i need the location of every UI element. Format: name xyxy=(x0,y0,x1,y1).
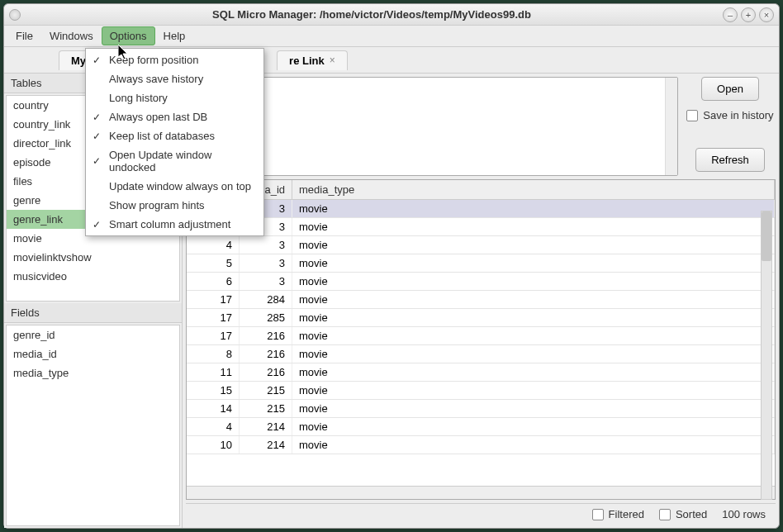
row-count: 100 rows xyxy=(722,508,766,520)
grid-cell: 17 xyxy=(187,309,240,326)
check-icon: ✓ xyxy=(93,219,101,230)
options-menu-item[interactable]: Long history xyxy=(86,88,263,107)
table-row[interactable]: 8216movie xyxy=(187,345,775,363)
options-menu-label: Keep list of databases xyxy=(109,130,215,142)
check-icon: ✓ xyxy=(93,155,101,167)
grid-cell: 3 xyxy=(240,254,292,272)
table-row[interactable]: 14215movie xyxy=(187,400,775,418)
tab-close-icon[interactable]: × xyxy=(330,55,335,66)
grid-cell: movie xyxy=(292,291,775,308)
grid-cell: 215 xyxy=(240,400,292,417)
filtered-row[interactable]: Filtered xyxy=(592,508,644,520)
table-row[interactable]: 17216movie xyxy=(187,327,775,345)
grid-cell: 3 xyxy=(240,273,292,290)
grid-cell: movie xyxy=(292,218,775,235)
grid-cell: 15 xyxy=(187,382,240,399)
grid-cell: movie xyxy=(292,400,775,417)
grid-horizontal-scrollbar[interactable] xyxy=(187,486,775,499)
grid-cell: movie xyxy=(292,200,775,217)
sql-scrollbar[interactable] xyxy=(665,78,677,175)
grid-cell: 216 xyxy=(240,363,292,381)
sorted-row[interactable]: Sorted xyxy=(659,508,707,520)
grid-cell: 214 xyxy=(240,436,292,454)
window-title: SQL Micro Manager: /home/victor/Videos/t… xyxy=(21,8,723,21)
options-menu-item[interactable]: ✓Keep form position xyxy=(86,50,263,69)
minimize-icon[interactable]: – xyxy=(723,7,738,22)
options-menu-item[interactable]: ✓Keep list of databases xyxy=(86,126,263,145)
sorted-checkbox[interactable] xyxy=(659,509,671,520)
table-row[interactable]: 17284movie xyxy=(187,291,775,309)
check-icon: ✓ xyxy=(93,112,101,123)
table-row[interactable]: 4214movie xyxy=(187,418,775,436)
options-menu-label: Long history xyxy=(109,92,168,104)
fields-list[interactable]: genre_idmedia_idmedia_type xyxy=(6,325,180,526)
grid-cell: movie xyxy=(292,436,775,454)
grid-cell: 17 xyxy=(187,327,240,344)
save-history-label: Save in history xyxy=(703,109,773,121)
options-menu-label: Update window always on top xyxy=(109,180,251,192)
grid-body[interactable]: 33movie33movie43movie53movie63movie17284… xyxy=(187,200,775,486)
menu-options[interactable]: Options xyxy=(102,26,155,45)
options-menu-label: Show program hints xyxy=(109,199,205,211)
grid-scrollbar-thumb[interactable] xyxy=(762,211,771,261)
open-button[interactable]: Open xyxy=(701,77,759,101)
grid-cell: 216 xyxy=(240,327,292,344)
grid-cell: 216 xyxy=(240,345,292,363)
tab-query[interactable]: re Link × xyxy=(277,50,348,70)
table-row[interactable]: 43movie xyxy=(187,236,775,254)
menubar: File Windows Options Help xyxy=(4,26,779,47)
results-grid: ia_id media_type 33movie33movie43movie53… xyxy=(186,179,776,500)
menu-help[interactable]: Help xyxy=(155,26,194,45)
options-menu-item[interactable]: ✓Smart column adjustment xyxy=(86,215,263,234)
grid-header-media-type[interactable]: media_type xyxy=(292,180,775,199)
grid-cell: movie xyxy=(292,382,775,399)
statusbar: Filtered Sorted 100 rows xyxy=(186,503,776,525)
options-dropdown: ✓Keep form positionAlways save historyLo… xyxy=(85,48,264,236)
table-item-movielinktvshow[interactable]: movielinktvshow xyxy=(7,248,179,267)
maximize-icon[interactable]: + xyxy=(741,7,756,22)
table-row[interactable]: 33movie xyxy=(187,200,775,218)
close-icon[interactable]: × xyxy=(759,7,774,22)
right-area: * nre_link 00; Open Save in history Refr… xyxy=(183,74,779,528)
table-row[interactable]: 17285movie xyxy=(187,309,775,327)
menu-windows[interactable]: Windows xyxy=(41,26,102,45)
sql-toolbar-row: * nre_link 00; Open Save in history Refr… xyxy=(186,77,776,176)
refresh-button[interactable]: Refresh xyxy=(695,148,765,172)
grid-cell: 284 xyxy=(240,291,292,308)
grid-cell: movie xyxy=(292,345,775,363)
menu-file[interactable]: File xyxy=(7,26,41,45)
options-menu-item[interactable]: ✓Open Update window undocked xyxy=(86,145,263,177)
table-row[interactable]: 10214movie xyxy=(187,436,775,454)
side-buttons: Open Save in history Refresh xyxy=(685,77,776,176)
fields-header: Fields xyxy=(4,303,182,323)
window-controls: – + × xyxy=(723,7,774,22)
window-close-left-icon[interactable] xyxy=(9,9,21,21)
table-item-musicvideo[interactable]: musicvideo xyxy=(7,267,179,286)
field-item-media_type[interactable]: media_type xyxy=(7,363,179,382)
table-row[interactable]: 63movie xyxy=(187,273,775,291)
field-item-media_id[interactable]: media_id xyxy=(7,344,179,363)
grid-cell: 214 xyxy=(240,418,292,435)
grid-cell: movie xyxy=(292,363,775,381)
save-history-row[interactable]: Save in history xyxy=(686,109,773,121)
table-row[interactable]: 53movie xyxy=(187,254,775,273)
options-menu-item[interactable]: Always save history xyxy=(86,69,263,88)
grid-cell: 10 xyxy=(187,436,240,454)
grid-cell: 17 xyxy=(187,291,240,308)
options-menu-label: Open Update window undocked xyxy=(109,149,255,173)
table-row[interactable]: 33movie xyxy=(187,218,775,236)
save-history-checkbox[interactable] xyxy=(686,110,698,121)
grid-cell: movie xyxy=(292,327,775,344)
options-menu-item[interactable]: ✓Always open last DB xyxy=(86,107,263,126)
grid-vertical-scrollbar[interactable] xyxy=(761,211,772,500)
options-menu-item[interactable]: Update window always on top xyxy=(86,177,263,196)
options-menu-label: Smart column adjustment xyxy=(109,218,230,230)
filtered-checkbox[interactable] xyxy=(592,509,604,520)
options-menu-item[interactable]: Show program hints xyxy=(86,196,263,215)
grid-cell: 3 xyxy=(240,236,292,254)
table-row[interactable]: 15215movie xyxy=(187,382,775,400)
options-menu-label: Keep form position xyxy=(109,54,198,66)
grid-header: ia_id media_type xyxy=(187,180,775,200)
field-item-genre_id[interactable]: genre_id xyxy=(7,325,179,344)
table-row[interactable]: 11216movie xyxy=(187,363,775,382)
